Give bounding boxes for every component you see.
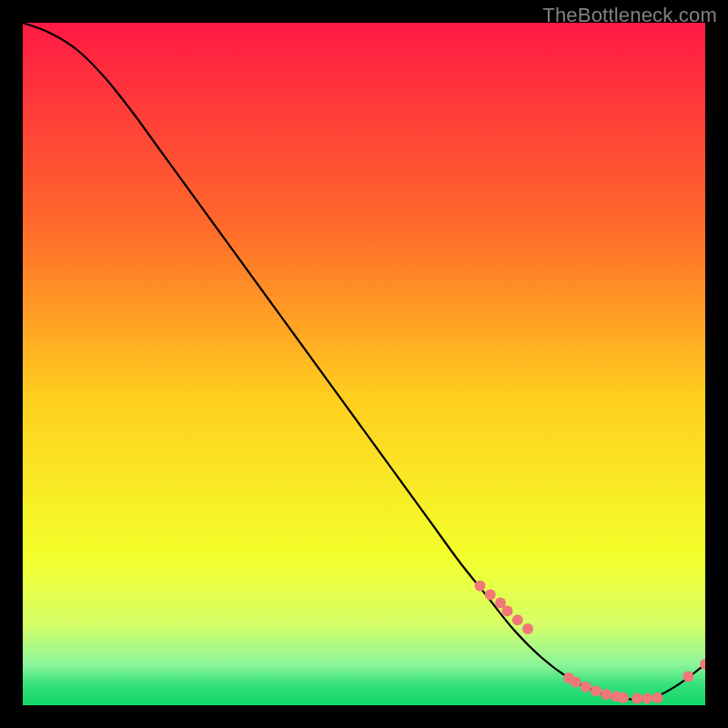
scatter-point <box>618 693 629 703</box>
plot-area <box>23 23 705 705</box>
scatter-point <box>522 623 533 634</box>
scatter-point <box>591 685 602 696</box>
gradient-background <box>23 23 705 705</box>
scatter-point <box>485 590 496 601</box>
scatter-point <box>475 581 486 592</box>
chart-frame: TheBottleneck.com <box>0 0 728 728</box>
scatter-point <box>502 606 513 617</box>
scatter-point <box>512 614 523 625</box>
scatter-point <box>652 693 663 703</box>
scatter-point <box>581 682 592 693</box>
watermark-text: TheBottleneck.com <box>542 4 717 27</box>
scatter-point <box>682 672 693 682</box>
scatter-point <box>601 689 612 700</box>
scatter-point <box>571 677 581 688</box>
scatter-point <box>632 693 642 704</box>
scatter-point <box>642 693 652 704</box>
chart-svg <box>23 23 705 705</box>
